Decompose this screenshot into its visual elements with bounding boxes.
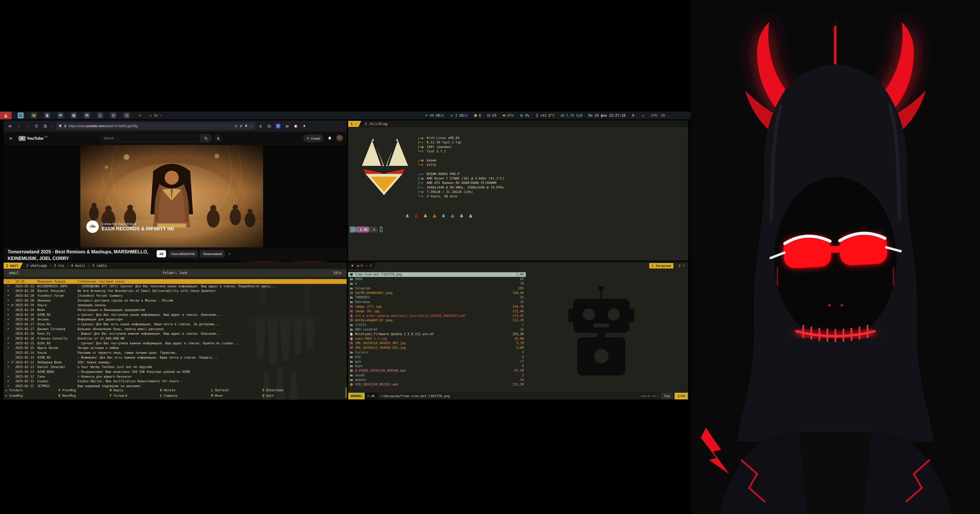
file-row[interactable]: GkFPR-GXUAACWSS.jpeg128,4K: [348, 291, 526, 295]
avatar[interactable]: [336, 135, 343, 142]
workspace-chat[interactable]: [57, 113, 64, 118]
search-input[interactable]: [100, 134, 200, 142]
network-up-module[interactable]: 2 KB/s: [450, 113, 468, 118]
bookmark-icon[interactable]: [245, 124, 248, 128]
file-row[interactable]: X79: [348, 282, 526, 286]
workspace-media[interactable]: [84, 113, 90, 118]
terminal-tab-2[interactable]: 2 /h/z/blog: [365, 122, 388, 126]
mail-row[interactable]: 2025-02-13OZON_NEWS⚠Поздравляем! Вам нач…: [4, 369, 347, 374]
workspace-bot[interactable]: [31, 113, 37, 118]
file-row[interactable]: free-icon-bot-7167276.png7,4K: [348, 272, 526, 277]
create-button[interactable]: Create: [303, 135, 323, 142]
mail-row[interactable]: 2025-02-14ЭльзаРеклама от первого лица, …: [4, 350, 347, 355]
chip-all[interactable]: All: [157, 250, 166, 258]
file-row[interactable]: IMG_20250128_091825_007.jpg5,1M: [348, 341, 526, 345]
youtube-logo[interactable]: YouTube RU: [19, 136, 48, 141]
workspace-list[interactable]: [124, 113, 130, 118]
translate-extension-icon[interactable]: T: [275, 123, 282, 129]
extensions-puzzle-icon[interactable]: [301, 123, 308, 129]
mail-row[interactable]: •2025-02-15Идите ЛесомЧетыре истории о л…: [4, 346, 347, 350]
workspace-downloads[interactable]: [97, 113, 103, 118]
workspace-terminal[interactable]: [18, 113, 24, 118]
memory-module[interactable]: 7,76 GiB: [561, 113, 582, 118]
mail-row[interactable]: •2025-02-22WILDBERRIES-INFO♨(ИЗВЕЩЕНИЕ #…: [4, 284, 347, 289]
chips-more-icon[interactable]: ›: [229, 251, 230, 256]
mail-row[interactable]: •2025-02-12Гала• Клиенты для вашего бизн…: [4, 374, 347, 379]
downloads-button[interactable]: [257, 123, 264, 129]
mail-row[interactable]: •2025-02-19Ольгаприведем заказы: [4, 303, 347, 307]
reload-button[interactable]: [33, 123, 40, 129]
forward-button[interactable]: [24, 123, 31, 129]
clock-module[interactable]: Пн 24 фев 15:27:18: [589, 113, 625, 118]
toolbar-caret-icon[interactable]: [51, 123, 54, 129]
vifm-tab-2[interactable]: 2 X: [676, 263, 687, 269]
youtube-bell-icon[interactable]: [328, 136, 332, 141]
file-row[interactable]: MiniFuse1_Firmware_Update_1_5_0_212_win.…: [348, 332, 526, 336]
mail-row[interactable]: •2025-02-18OZON_RU✉Срочно! Для Вас посту…: [4, 312, 347, 317]
chip-from-inegative[interactable]: From iNEGATIVE: [169, 250, 197, 258]
file-row[interactable]: Cursors4: [348, 350, 526, 355]
vpn-module[interactable]: VPN: ON: [651, 113, 665, 118]
terminal-tab-1[interactable]: 1 ~: [348, 121, 361, 127]
mail-tab-1[interactable]: 1 mail: [4, 263, 23, 269]
mail-row[interactable]: •2025-02-20НеонилаЭкспресс-доставка груз…: [4, 298, 347, 303]
mail-row[interactable]: •2025-02-19ЮлияРегистрация и Ликвидация …: [4, 307, 347, 312]
vifm-tab-1[interactable]: 1 Загрузки: [649, 263, 673, 269]
file-row[interactable]: image (17).jpg236,7K: [348, 304, 526, 309]
sidebar-button[interactable]: [266, 123, 273, 129]
mail-tab-3[interactable]: 3 rss: [54, 264, 64, 267]
file-row[interactable]: GkCOyLaXgAAP-H2.jpeg112,2K: [348, 318, 526, 323]
terminal-cursor[interactable]: [380, 227, 382, 232]
bookmark-caret-icon[interactable]: [250, 124, 253, 128]
file-row[interactable]: sound2: [348, 373, 526, 378]
keyboard-layout-module[interactable]: EN: [487, 113, 496, 118]
file-row[interactable]: OLD0: [348, 355, 526, 359]
file-row[interactable]: IMG_20250123_164440_015.jpg3,6M: [348, 345, 526, 350]
back-button[interactable]: [15, 123, 22, 129]
mail-row[interactable]: •2025-02-15OzOn_RU!Срочно! Для Вас посту…: [4, 341, 347, 346]
highlight-icon[interactable]: [240, 124, 243, 128]
signal-module[interactable]: [641, 113, 644, 118]
file-row[interactable]: oth_A_ardor-gaming-wakizashi_instrukcia_…: [348, 313, 526, 318]
mail-row[interactable]: •2025-02-12ExodusExodus Wallet: New Veri…: [4, 379, 347, 384]
url-bar[interactable]: https://www.youtube.com/watch?v=5b8A-jgx…: [56, 122, 255, 130]
notification-module[interactable]: [632, 113, 635, 118]
file-row[interactable]: TORRENTS35: [348, 295, 526, 300]
workspace-files[interactable]: [44, 113, 50, 118]
file-row[interactable]: 1231132: [348, 323, 526, 327]
mail-row[interactable]: •2025-02-16Frances ConnollyDonation of $…: [4, 336, 347, 341]
file-row[interactable]: image (8).jpg212,4K: [348, 309, 526, 313]
reader-button[interactable]: [42, 123, 49, 129]
mail-row[interactable]: •2025-02-18ОксанаИнформация для директор…: [4, 317, 347, 322]
file-row[interactable]: Q_VIDEO_20241220_085546.mp497,2M: [348, 368, 526, 373]
arch-launcher-button[interactable]: [0, 111, 12, 119]
file-row[interactable]: 000-razobrat10: [348, 327, 526, 332]
file-row[interactable]: gomuks10: [348, 377, 526, 382]
screenshot-extension-icon[interactable]: x: [283, 123, 290, 129]
ghost-counter-module[interactable]: 0: [474, 113, 481, 118]
mail-row[interactable]: 2025-02-14OZON_RU✓Внимание! Для Вас есть…: [4, 355, 347, 360]
file-row[interactable]: VID_20241130_092551.mp4151,3M: [348, 382, 526, 387]
mail-row[interactable]: •2025-02-13Daniel Shnaider▣Your Warmy To…: [4, 364, 347, 369]
workspace-misc[interactable]: [110, 113, 116, 118]
mail-row[interactable]: •2025-02-17Даниил СотниковБольшое обновл…: [4, 327, 347, 331]
youtube-hamburger-icon[interactable]: [7, 135, 14, 142]
temperature-module[interactable]: +42.8°C: [535, 113, 555, 118]
mail-row[interactable]: •2025-02-20YunoHost Forum[YunoHost Forum…: [4, 293, 347, 298]
adblock-extension-icon[interactable]: [293, 123, 299, 129]
file-row[interactable]: Telegram205: [348, 286, 526, 291]
workspace-monitor[interactable]: [137, 113, 143, 118]
file-row[interactable]: Буря0: [348, 364, 526, 368]
shield-icon[interactable]: [59, 124, 62, 128]
mail-row[interactable]: •14:35Медведев АндрейГлобальные торговые…: [4, 279, 347, 284]
mail-tab-4[interactable]: 4 music: [71, 264, 85, 267]
mail-tab-5[interactable]: 5 radio: [92, 264, 107, 267]
file-row[interactable]: mp377: [348, 359, 526, 364]
rss-icon[interactable]: [235, 124, 237, 128]
volume-module[interactable]: 87%: [502, 113, 514, 118]
mail-row[interactable]: •2025-02-20Daniel ShnaiderWe Are Breakin…: [4, 288, 347, 293]
file-row[interactable]: VBOX45: [348, 277, 526, 282]
file-row[interactable]: Lens-FREE-1.3.zip32,9M: [348, 336, 526, 341]
workspace-windows[interactable]: [71, 113, 77, 118]
mail-row[interactable]: 2025-02-16Ozon_Py!Важно! Для Вас поступи…: [4, 331, 347, 336]
